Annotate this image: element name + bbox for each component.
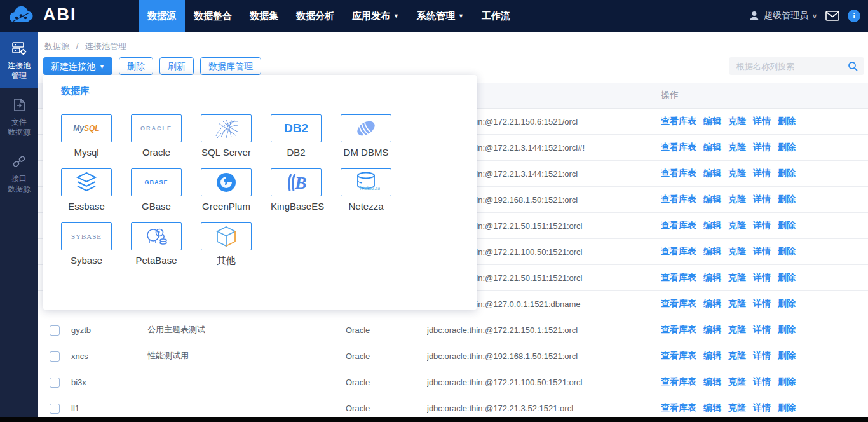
nav-item-system-manage[interactable]: 系统管理▼ <box>408 0 473 32</box>
action-view-tables[interactable]: 查看库表 <box>661 116 696 126</box>
action-view-tables[interactable]: 查看库表 <box>661 194 696 204</box>
row-checkbox[interactable] <box>50 325 60 336</box>
nav-item-data-analysis[interactable]: 数据分析 <box>287 0 343 32</box>
new-pool-button[interactable]: 新建连接池▼ <box>43 57 112 75</box>
action-edit[interactable]: 编辑 <box>703 298 721 308</box>
action-details[interactable]: 详情 <box>753 272 771 282</box>
action-details[interactable]: 详情 <box>753 194 771 204</box>
app-screen: ABI 数据源 数据整合 数据集 数据分析 应用发布▼ 系统管理▼ 工作流 超级… <box>0 0 868 422</box>
action-view-tables[interactable]: 查看库表 <box>661 324 696 334</box>
action-edit[interactable]: 编辑 <box>703 246 721 256</box>
db-tile-petabase[interactable]: PetaBase <box>131 222 182 267</box>
action-view-tables[interactable]: 查看库表 <box>661 402 696 412</box>
action-edit[interactable]: 编辑 <box>703 350 721 360</box>
db-tile-netezza[interactable]: Netezza Netezza <box>341 168 391 212</box>
row-checkbox[interactable] <box>50 404 60 414</box>
db-tile-dm-dbms[interactable]: DM DBMS <box>341 114 391 158</box>
action-clone[interactable]: 克隆 <box>728 376 746 386</box>
db-tile-db2[interactable]: DB2 DB2 <box>271 114 322 158</box>
db-tile-sybase[interactable]: SYBASE Sybase <box>61 222 112 267</box>
action-delete[interactable]: 删除 <box>778 142 796 152</box>
db-tile-mysql[interactable]: MySQL Mysql <box>61 114 112 158</box>
action-view-tables[interactable]: 查看库表 <box>661 350 696 360</box>
action-clone[interactable]: 克隆 <box>728 220 746 230</box>
sidebar-item-connection-pool[interactable]: 连接池管理 <box>0 32 38 88</box>
delete-button[interactable]: 删除 <box>119 57 153 75</box>
sidebar-item-api-datasource[interactable]: 接口数据源 <box>0 145 38 201</box>
search-icon[interactable] <box>848 61 858 71</box>
action-clone[interactable]: 克隆 <box>728 298 746 308</box>
action-view-tables[interactable]: 查看库表 <box>661 220 696 230</box>
action-view-tables[interactable]: 查看库表 <box>661 168 696 178</box>
action-delete[interactable]: 删除 <box>778 402 796 412</box>
db-tile-kingbase[interactable]: B KingBaseES <box>271 168 322 212</box>
action-delete[interactable]: 删除 <box>778 168 796 178</box>
action-details[interactable]: 详情 <box>753 220 771 230</box>
refresh-button[interactable]: 刷新 <box>159 57 194 75</box>
action-delete[interactable]: 删除 <box>778 324 796 334</box>
search-input[interactable] <box>729 57 864 75</box>
action-edit[interactable]: 编辑 <box>703 220 721 230</box>
row-checkbox[interactable] <box>50 378 60 388</box>
db-tile-greenplum[interactable]: GreenPlum <box>201 168 252 212</box>
action-edit[interactable]: 编辑 <box>703 272 721 282</box>
action-details[interactable]: 详情 <box>753 116 771 126</box>
db-tile-other[interactable]: 其他 <box>201 222 252 267</box>
db-tile-essbase[interactable]: Essbase <box>61 168 112 212</box>
action-details[interactable]: 详情 <box>753 298 771 308</box>
action-details[interactable]: 详情 <box>753 350 771 360</box>
action-view-tables[interactable]: 查看库表 <box>661 298 696 308</box>
action-edit[interactable]: 编辑 <box>703 376 721 386</box>
action-delete[interactable]: 删除 <box>778 246 796 256</box>
sidebar-item-label: 文件数据源 <box>8 117 31 137</box>
nav-item-app-publish[interactable]: 应用发布▼ <box>343 0 408 32</box>
user-menu[interactable]: 超级管理员 ∨ <box>749 10 817 22</box>
action-details[interactable]: 详情 <box>753 402 771 412</box>
action-edit[interactable]: 编辑 <box>703 324 721 334</box>
action-details[interactable]: 详情 <box>753 376 771 386</box>
action-delete[interactable]: 删除 <box>778 350 796 360</box>
action-details[interactable]: 详情 <box>753 142 771 152</box>
action-clone[interactable]: 克隆 <box>728 168 746 178</box>
action-clone[interactable]: 克隆 <box>728 246 746 256</box>
row-checkbox[interactable] <box>50 351 60 362</box>
action-edit[interactable]: 编辑 <box>703 168 721 178</box>
info-icon[interactable]: i <box>848 10 860 22</box>
nav-item-workflow[interactable]: 工作流 <box>473 0 519 32</box>
db-tile-oracle[interactable]: ORACLE Oracle <box>131 114 182 158</box>
nav-item-dataset[interactable]: 数据集 <box>241 0 287 32</box>
db-tile-gbase[interactable]: GBASE GBase <box>131 168 182 212</box>
nav-item-datasource[interactable]: 数据源 <box>139 0 185 32</box>
action-delete[interactable]: 删除 <box>778 272 796 282</box>
db-manage-button[interactable]: 数据库管理 <box>200 57 261 75</box>
action-clone[interactable]: 克隆 <box>728 402 746 412</box>
action-edit[interactable]: 编辑 <box>703 116 721 126</box>
db-tile-sqlserver[interactable]: SQL Server <box>201 114 252 158</box>
action-clone[interactable]: 克隆 <box>728 272 746 282</box>
breadcrumb-datasource[interactable]: 数据源 <box>44 41 69 51</box>
action-clone[interactable]: 克隆 <box>728 324 746 334</box>
action-details[interactable]: 详情 <box>753 246 771 256</box>
action-clone[interactable]: 克隆 <box>728 194 746 204</box>
mail-icon[interactable] <box>825 11 839 21</box>
action-delete[interactable]: 删除 <box>778 116 796 126</box>
action-clone[interactable]: 克隆 <box>728 142 746 152</box>
action-details[interactable]: 详情 <box>753 168 771 178</box>
nav-item-data-integration[interactable]: 数据整合 <box>185 0 241 32</box>
sidebar-item-file-datasource[interactable]: 文件数据源 <box>0 88 38 145</box>
row-actions: 查看库表编辑克隆详情删除 <box>661 142 868 153</box>
action-details[interactable]: 详情 <box>753 324 771 334</box>
action-clone[interactable]: 克隆 <box>728 116 746 126</box>
action-delete[interactable]: 删除 <box>778 194 796 204</box>
action-view-tables[interactable]: 查看库表 <box>661 246 696 256</box>
action-view-tables[interactable]: 查看库表 <box>661 376 696 386</box>
action-clone[interactable]: 克隆 <box>728 350 746 360</box>
action-edit[interactable]: 编辑 <box>703 194 721 204</box>
action-delete[interactable]: 删除 <box>778 298 796 308</box>
action-edit[interactable]: 编辑 <box>703 402 721 412</box>
action-delete[interactable]: 删除 <box>778 376 796 386</box>
action-edit[interactable]: 编辑 <box>703 142 721 152</box>
action-delete[interactable]: 删除 <box>778 220 796 230</box>
action-view-tables[interactable]: 查看库表 <box>661 142 696 152</box>
action-view-tables[interactable]: 查看库表 <box>661 272 696 282</box>
